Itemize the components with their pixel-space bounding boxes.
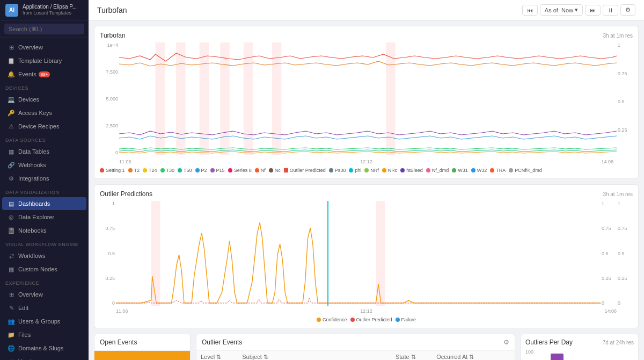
legend-nf: Nf [255,168,266,173]
open-events-panel: Open Events OutlierDetected with [94,334,191,360]
sidebar-item-label: Overview [18,291,43,298]
sidebar-item-access-keys[interactable]: 🔑 Access Keys [2,106,86,119]
turbofan-svg [119,42,617,155]
sidebar-item-template-library[interactable]: 📋 Template Library [2,54,86,67]
link-icon: 🔗 [8,161,15,169]
grid2-icon: ⊞ [8,291,15,298]
grid-icon: ⊞ [8,44,15,51]
dashboard-icon: ▤ [8,200,15,207]
sidebar-item-label: Overview [18,44,43,51]
legend-t2: T2 [128,168,140,173]
sidebar-item-versions[interactable]: ⑂ Versions [2,355,86,360]
pause-button[interactable]: ⏸ [603,5,618,16]
col-state: State ⇅ [391,351,432,360]
turbofan-legend: Setting 1 T2 T24 T30 T50 P2 P15 Series 8… [100,168,633,173]
x-label-1406: 14:06 [601,159,613,164]
outlier-x-label-1406: 14:06 [604,308,617,314]
open-events-orange-area: OutlierDetected with [94,351,190,360]
legend-failure: Failure [396,317,416,322]
sidebar-item-label: Data Tables [18,148,49,155]
legend-htbleed: htBleed [400,168,423,173]
users-icon: 👥 [8,318,15,325]
turbofan-chart-resolution: 3h at 1m res [603,33,633,39]
sidebar-item-label: Access Keys [18,110,52,116]
y-right-outer-1: 1 [602,201,616,206]
search-input[interactable] [4,24,84,34]
events-badge: 89+ [39,71,50,77]
sidebar-item-notebooks[interactable]: 📓 Notebooks [2,224,86,237]
legend-nrf: NRf [364,168,379,173]
sidebar-item-workflows[interactable]: ⇄ Workflows [2,249,86,262]
sidebar-item-dashboards[interactable]: ▤ Dashboards [2,197,86,210]
outliers-per-day-panel: Outliers Per Day 7d at 24h res 100 75 50 [521,334,639,360]
notebook-icon: 📓 [8,227,15,234]
legend-p2: P2 [195,168,207,173]
legend-nf-dmd: Nf_dmd [426,168,449,173]
skip-back-button[interactable]: ⏮ [522,5,538,16]
section-experience: EXPERIENCE [0,276,89,287]
sidebar-item-label: Files [18,332,31,338]
y-right-outer-05: 0.5 [602,251,616,256]
sidebar-item-label: Events [18,71,36,77]
nodes-icon: ▦ [8,265,15,273]
events-table: Level ⇅ Subject ⇅ State ⇅ Occurred At ⇅ … [196,351,515,360]
main-content: Turbofan ⏮ As of: Now ▾ ⏭ ⏸ ⚙ Turbofan 3… [89,0,644,360]
sidebar-item-webhooks[interactable]: 🔗 Webhooks [2,159,86,171]
sidebar-item-domains-slugs[interactable]: 🌐 Domains & Slugs [2,342,86,355]
sidebar-item-custom-nodes[interactable]: ▦ Custom Nodes [2,263,86,276]
y-label-025: 0.25 [101,276,115,281]
outlier-events-panel: Outlier Events ⚙ Level ⇅ Subject ⇅ State… [196,334,515,360]
bar [551,354,563,360]
sidebar-item-files[interactable]: 📁 Files [2,328,86,341]
bottom-row: Open Events OutlierDetected with Outlier… [94,334,639,360]
legend-t50: T50 [178,168,192,173]
explore-icon: ◎ [8,213,15,221]
sidebar-item-label: Domains & Slugs [18,345,63,351]
y-right-inner-05: 0.5 [618,251,632,256]
turbofan-chart-title: Turbofan [100,32,126,39]
sort-icon: ⇅ [264,354,268,360]
y-right-outer-025: 0.25 [602,276,616,281]
topbar-controls: ⏮ As of: Now ▾ ⏭ ⏸ ⚙ [522,4,635,16]
sidebar-item-device-recipes[interactable]: ⚠ Device Recipes [2,120,86,133]
legend-w31: W31 [452,168,468,173]
sidebar-item-label: Template Library [18,57,62,64]
legend-setting1: Setting 1 [100,168,125,173]
y-right-label-075: 0.75 [618,71,632,76]
sidebar-item-data-explorer[interactable]: ◎ Data Explorer [2,211,86,224]
sidebar-item-exp-overview[interactable]: ⊞ Overview [2,288,86,301]
skip-forward-button[interactable]: ⏭ [585,5,601,16]
sidebar-item-data-tables[interactable]: ▦ Data Tables [2,145,86,158]
settings-icon[interactable]: ⚙ [503,339,509,346]
col-subject: Subject ⇅ [238,351,391,360]
time-selector-button[interactable]: As of: Now ▾ [540,4,583,16]
sidebar-item-integrations[interactable]: ⚙ Integrations [2,172,86,185]
outlier-x-label-1212: 12:12 [360,308,372,314]
y-label-7500: 7,500 [101,69,118,75]
sidebar-item-label: Device Recipes [18,123,59,129]
col-level: Level ⇅ [196,351,238,360]
turbofan-x-labels: 11:06 12:12 14:06 [100,158,633,164]
sidebar: AI Application / Elipsa P... from Losant… [0,0,89,360]
sidebar-item-label: Integrations [18,175,49,182]
section-data-viz: DATA VISUALIZATION [0,185,89,197]
y-label-5000: 5,000 [101,96,118,102]
sidebar-item-overview[interactable]: ⊞ Overview [2,41,86,54]
sidebar-item-label: Dashboards [18,200,50,207]
legend-ps30: Ps30 [329,168,346,173]
x-label-1106: 11:06 [119,159,131,164]
cpu-icon: 💻 [8,96,15,103]
y-label-0b: 0 [101,300,115,306]
legend-phi: phi [349,168,361,173]
sidebar-item-devices[interactable]: 💻 Devices [2,93,86,106]
globe-icon: 🌐 [8,344,15,352]
sidebar-item-label: Devices [18,96,39,103]
col-occurred: Occurred At ⇅ [432,351,515,360]
per-day-meta: 7d at 24h res [603,340,634,345]
sidebar-item-events[interactable]: 🔔 Events 89+ [2,68,86,81]
sidebar-item-edit[interactable]: ✎ Edit [2,301,86,314]
per-day-header: Outliers Per Day 7d at 24h res [525,339,634,346]
sidebar-item-users-groups[interactable]: 👥 Users & Groups [2,315,86,328]
sidebar-item-label: Data Explorer [18,214,54,220]
settings-button[interactable]: ⚙ [620,4,635,16]
